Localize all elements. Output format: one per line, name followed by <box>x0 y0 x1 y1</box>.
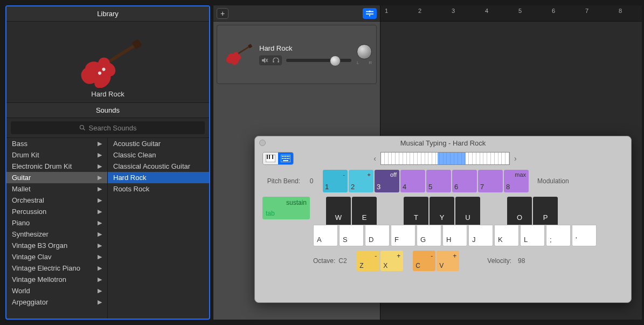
white-key-A[interactable]: A <box>313 225 338 246</box>
window-titlebar[interactable]: Musical Typing - Hard Rock <box>255 136 631 149</box>
mod-key-3[interactable]: off3 <box>375 170 399 192</box>
black-key-E[interactable]: E <box>352 197 377 225</box>
keyboard-mode-button[interactable] <box>278 153 293 164</box>
svg-marker-12 <box>262 58 265 63</box>
svg-rect-31 <box>288 158 289 159</box>
category-item[interactable]: World▶ <box>6 285 107 296</box>
guitar-icon <box>70 39 146 88</box>
white-key-L[interactable]: L <box>520 225 545 246</box>
search-icon <box>79 125 86 131</box>
velocity-key-C[interactable]: -C <box>413 251 435 271</box>
track-filter-button[interactable] <box>363 8 377 19</box>
pan-right-label: R <box>369 60 372 65</box>
add-track-button[interactable]: + <box>217 8 228 19</box>
mod-key-2[interactable]: +2 <box>349 170 373 192</box>
timeline-ruler[interactable]: 12345678 <box>380 5 642 22</box>
velocity-label: Velocity: <box>487 257 511 265</box>
category-item[interactable]: Vintage Clav▶ <box>6 251 107 262</box>
category-item[interactable]: Arpeggiator▶ <box>6 296 107 308</box>
category-item[interactable]: Orchestral▶ <box>6 195 107 206</box>
velocity-key-V[interactable]: +V <box>437 251 459 271</box>
svg-rect-29 <box>285 158 286 159</box>
window-title: Musical Typing - Hard Rock <box>255 139 631 147</box>
mode-toggle[interactable] <box>262 152 294 165</box>
volume-slider[interactable] <box>286 59 351 62</box>
mini-keyboard[interactable] <box>380 152 510 165</box>
subcategory-list[interactable]: Acoustic GuitarClassic CleanClassical Ac… <box>108 138 209 319</box>
ruler-tick: 4 <box>485 8 488 14</box>
sub-item[interactable]: Hard Rock <box>108 172 209 183</box>
sub-item[interactable]: Roots Rock <box>108 183 209 195</box>
white-key-'[interactable]: ' <box>572 225 597 246</box>
mod-key-5[interactable]: 5 <box>426 170 451 192</box>
category-item[interactable]: Drum Kit▶ <box>6 149 107 161</box>
octave-key-X[interactable]: +X <box>380 251 403 271</box>
close-button[interactable] <box>259 140 266 146</box>
solo-button[interactable] <box>271 56 281 65</box>
category-item[interactable]: Vintage B3 Organ▶ <box>6 240 107 251</box>
black-key-U[interactable]: U <box>455 197 480 225</box>
sub-item[interactable]: Acoustic Guitar <box>108 138 209 149</box>
white-key-G[interactable]: G <box>417 225 441 246</box>
white-key-S[interactable]: S <box>339 225 364 246</box>
category-list[interactable]: Bass▶Drum Kit▶Electronic Drum Kit▶Guitar… <box>6 138 108 319</box>
sub-item[interactable]: Classical Acoustic Guitar <box>108 161 209 172</box>
piano-icon <box>266 155 275 162</box>
mod-key-8[interactable]: max8 <box>504 170 529 192</box>
white-key-K[interactable]: K <box>494 225 519 246</box>
sub-item[interactable]: Classic Clean <box>108 149 209 161</box>
chevron-right-icon: ▶ <box>98 242 102 249</box>
category-item[interactable]: Percussion▶ <box>6 206 107 217</box>
chevron-right-icon: ▶ <box>98 197 102 204</box>
pitch-bend-value: 0 <box>303 177 320 185</box>
sustain-key[interactable]: sustain tab <box>262 197 310 219</box>
white-key-J[interactable]: J <box>468 225 493 246</box>
chevron-right-icon: ▶ <box>98 174 102 181</box>
svg-rect-19 <box>269 155 270 159</box>
category-item[interactable]: Piano▶ <box>6 217 107 229</box>
svg-rect-15 <box>273 61 274 63</box>
category-item[interactable]: Mallet▶ <box>6 183 107 195</box>
mute-button[interactable] <box>260 56 271 65</box>
chevron-right-icon: ▶ <box>98 163 102 170</box>
mod-key-4[interactable]: 4 <box>400 170 425 192</box>
ruler-tick: 6 <box>552 8 555 14</box>
track-row[interactable]: Hard Rock L R <box>217 25 377 84</box>
velocity-value: 98 <box>518 257 525 265</box>
pan-knob[interactable] <box>357 44 372 59</box>
library-panel: Library Hard Rock Sounds Search Sounds B… <box>5 5 210 320</box>
search-input[interactable]: Search Sounds <box>11 121 205 134</box>
musical-typing-window: Musical Typing - Hard Rock ‹ › Pitch Ben… <box>254 136 632 303</box>
black-key-P[interactable]: P <box>533 197 558 225</box>
svg-line-5 <box>83 129 85 130</box>
mod-key-7[interactable]: 7 <box>478 170 503 192</box>
chevron-right-icon: ▶ <box>98 151 102 158</box>
black-key-W[interactable]: W <box>326 197 351 225</box>
octave-key-Z[interactable]: -Z <box>357 251 379 271</box>
octave-right-arrow[interactable]: › <box>514 154 517 163</box>
black-key-Y[interactable]: Y <box>430 197 454 225</box>
black-key-O[interactable]: O <box>507 197 532 225</box>
octave-left-arrow[interactable]: ‹ <box>373 154 376 163</box>
svg-rect-25 <box>287 156 288 157</box>
piano-mode-button[interactable] <box>263 153 278 164</box>
mod-key-6[interactable]: 6 <box>452 170 477 192</box>
svg-rect-22 <box>282 156 283 157</box>
category-item[interactable]: Electronic Drum Kit▶ <box>6 161 107 172</box>
chevron-right-icon: ▶ <box>98 265 102 272</box>
mod-key-1[interactable]: -1 <box>323 170 348 192</box>
category-item[interactable]: Vintage Mellotron▶ <box>6 274 107 285</box>
white-key-F[interactable]: F <box>391 225 416 246</box>
category-item[interactable]: Synthesizer▶ <box>6 229 107 240</box>
svg-rect-9 <box>369 15 370 16</box>
category-item[interactable]: Bass▶ <box>6 138 107 149</box>
category-item[interactable]: Guitar▶ <box>6 172 107 183</box>
white-key-D[interactable]: D <box>365 225 390 246</box>
mini-keyboard-range[interactable] <box>438 153 466 164</box>
headphones-icon <box>273 58 279 63</box>
black-key-T[interactable]: T <box>404 197 428 225</box>
svg-rect-0 <box>106 44 136 64</box>
white-key-H[interactable]: H <box>442 225 467 246</box>
white-key-;[interactable]: ; <box>546 225 571 246</box>
category-item[interactable]: Vintage Electric Piano▶ <box>6 262 107 274</box>
